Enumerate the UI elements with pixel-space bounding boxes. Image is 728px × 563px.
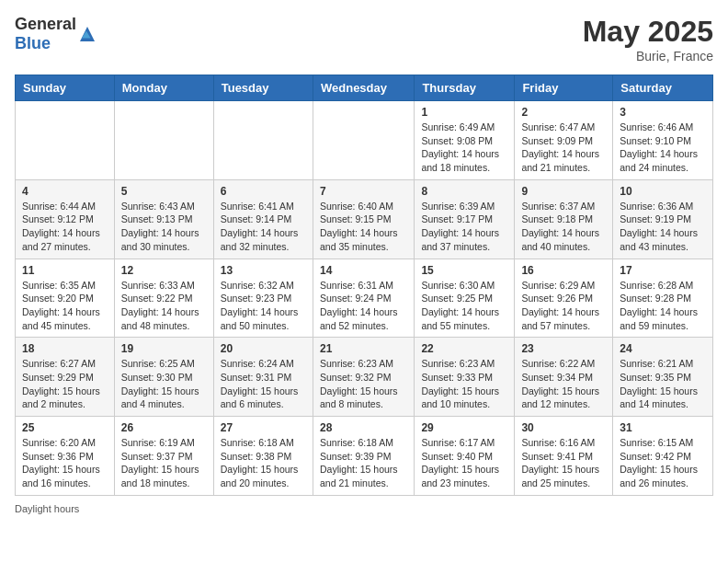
calendar-day-header: Friday xyxy=(515,75,613,101)
logo: General Blue xyxy=(15,15,97,53)
day-info: Sunrise: 6:15 AMSunset: 9:42 PMDaylight:… xyxy=(620,436,706,490)
calendar-cell: 9Sunrise: 6:37 AMSunset: 9:18 PMDaylight… xyxy=(515,179,613,259)
day-info: Sunrise: 6:35 AMSunset: 9:20 PMDaylight:… xyxy=(22,279,108,333)
calendar-cell: 8Sunrise: 6:39 AMSunset: 9:17 PMDaylight… xyxy=(415,179,515,259)
day-info: Sunrise: 6:22 AMSunset: 9:34 PMDaylight:… xyxy=(521,357,606,411)
day-number: 2 xyxy=(521,106,606,119)
calendar-cell: 28Sunrise: 6:18 AMSunset: 9:39 PMDayligh… xyxy=(313,417,414,496)
day-info: Sunrise: 6:31 AMSunset: 9:24 PMDaylight:… xyxy=(320,279,407,333)
day-number: 14 xyxy=(320,264,407,277)
day-number: 22 xyxy=(421,342,507,355)
day-info: Sunrise: 6:33 AMSunset: 9:22 PMDaylight:… xyxy=(121,279,207,333)
day-number: 18 xyxy=(22,342,108,355)
day-number: 24 xyxy=(620,342,706,355)
calendar-cell: 18Sunrise: 6:27 AMSunset: 9:29 PMDayligh… xyxy=(16,338,115,417)
day-number: 26 xyxy=(121,421,207,434)
calendar-cell: 17Sunrise: 6:28 AMSunset: 9:28 PMDayligh… xyxy=(613,259,713,338)
calendar-cell: 6Sunrise: 6:41 AMSunset: 9:14 PMDaylight… xyxy=(213,179,313,259)
day-number: 7 xyxy=(320,185,407,198)
calendar-cell: 16Sunrise: 6:29 AMSunset: 9:26 PMDayligh… xyxy=(515,259,613,338)
day-number: 13 xyxy=(221,264,306,277)
calendar-header-row: SundayMondayTuesdayWednesdayThursdayFrid… xyxy=(16,75,713,101)
calendar-cell: 29Sunrise: 6:17 AMSunset: 9:40 PMDayligh… xyxy=(415,417,515,496)
calendar-cell: 15Sunrise: 6:30 AMSunset: 9:25 PMDayligh… xyxy=(415,259,515,338)
title-block: May 2025 Burie, France xyxy=(583,15,713,63)
day-number: 9 xyxy=(521,185,606,198)
calendar-cell: 21Sunrise: 6:23 AMSunset: 9:32 PMDayligh… xyxy=(313,338,414,417)
calendar-cell: 23Sunrise: 6:22 AMSunset: 9:34 PMDayligh… xyxy=(515,338,613,417)
day-info: Sunrise: 6:44 AMSunset: 9:12 PMDaylight:… xyxy=(22,200,108,254)
calendar-cell: 13Sunrise: 6:32 AMSunset: 9:23 PMDayligh… xyxy=(213,259,313,338)
day-number: 8 xyxy=(421,185,507,198)
calendar-cell: 5Sunrise: 6:43 AMSunset: 9:13 PMDaylight… xyxy=(114,179,213,259)
calendar-week-row: 25Sunrise: 6:20 AMSunset: 9:36 PMDayligh… xyxy=(16,417,713,496)
calendar-week-row: 4Sunrise: 6:44 AMSunset: 9:12 PMDaylight… xyxy=(16,179,713,259)
calendar-cell xyxy=(114,101,213,180)
day-info: Sunrise: 6:24 AMSunset: 9:31 PMDaylight:… xyxy=(221,357,306,411)
day-info: Sunrise: 6:23 AMSunset: 9:32 PMDaylight:… xyxy=(320,357,407,411)
day-number: 11 xyxy=(22,264,108,277)
day-number: 20 xyxy=(221,342,306,355)
logo-text: General Blue xyxy=(15,15,76,53)
day-info: Sunrise: 6:18 AMSunset: 9:38 PMDaylight:… xyxy=(221,436,306,490)
day-info: Sunrise: 6:19 AMSunset: 9:37 PMDaylight:… xyxy=(121,436,207,490)
calendar-cell: 3Sunrise: 6:46 AMSunset: 9:10 PMDaylight… xyxy=(613,101,713,180)
day-number: 5 xyxy=(121,185,207,198)
day-info: Sunrise: 6:46 AMSunset: 9:10 PMDaylight:… xyxy=(620,121,706,175)
calendar-cell: 31Sunrise: 6:15 AMSunset: 9:42 PMDayligh… xyxy=(613,417,713,496)
calendar-cell: 24Sunrise: 6:21 AMSunset: 9:35 PMDayligh… xyxy=(613,338,713,417)
calendar-cell: 30Sunrise: 6:16 AMSunset: 9:41 PMDayligh… xyxy=(515,417,613,496)
calendar-cell: 2Sunrise: 6:47 AMSunset: 9:09 PMDaylight… xyxy=(515,101,613,180)
day-number: 3 xyxy=(620,106,706,119)
day-info: Sunrise: 6:39 AMSunset: 9:17 PMDaylight:… xyxy=(421,200,507,254)
calendar-cell: 14Sunrise: 6:31 AMSunset: 9:24 PMDayligh… xyxy=(313,259,414,338)
day-number: 17 xyxy=(620,264,706,277)
day-number: 1 xyxy=(421,106,507,119)
calendar-cell: 27Sunrise: 6:18 AMSunset: 9:38 PMDayligh… xyxy=(213,417,313,496)
day-info: Sunrise: 6:36 AMSunset: 9:19 PMDaylight:… xyxy=(620,200,706,254)
day-number: 10 xyxy=(620,185,706,198)
calendar-day-header: Sunday xyxy=(16,75,115,101)
calendar-cell xyxy=(213,101,313,180)
day-info: Sunrise: 6:25 AMSunset: 9:30 PMDaylight:… xyxy=(121,357,207,411)
calendar-cell: 4Sunrise: 6:44 AMSunset: 9:12 PMDaylight… xyxy=(16,179,115,259)
calendar-cell: 7Sunrise: 6:40 AMSunset: 9:15 PMDaylight… xyxy=(313,179,414,259)
day-number: 30 xyxy=(521,421,606,434)
calendar-cell xyxy=(16,101,115,180)
day-info: Sunrise: 6:20 AMSunset: 9:36 PMDaylight:… xyxy=(22,436,108,490)
calendar-cell: 12Sunrise: 6:33 AMSunset: 9:22 PMDayligh… xyxy=(114,259,213,338)
footer: Daylight hours xyxy=(15,503,713,514)
calendar-day-header: Saturday xyxy=(613,75,713,101)
calendar-table: SundayMondayTuesdayWednesdayThursdayFrid… xyxy=(15,75,713,496)
day-info: Sunrise: 6:28 AMSunset: 9:28 PMDaylight:… xyxy=(620,279,706,333)
day-number: 15 xyxy=(421,264,507,277)
month-title: May 2025 xyxy=(583,15,713,49)
calendar-cell xyxy=(313,101,414,180)
day-info: Sunrise: 6:29 AMSunset: 9:26 PMDaylight:… xyxy=(521,279,606,333)
calendar-cell: 26Sunrise: 6:19 AMSunset: 9:37 PMDayligh… xyxy=(114,417,213,496)
day-info: Sunrise: 6:49 AMSunset: 9:08 PMDaylight:… xyxy=(421,121,507,175)
logo-icon xyxy=(78,25,97,43)
day-info: Sunrise: 6:17 AMSunset: 9:40 PMDaylight:… xyxy=(421,436,507,490)
calendar-cell: 22Sunrise: 6:23 AMSunset: 9:33 PMDayligh… xyxy=(415,338,515,417)
calendar-day-header: Wednesday xyxy=(313,75,414,101)
logo-blue: Blue xyxy=(15,34,51,52)
day-info: Sunrise: 6:23 AMSunset: 9:33 PMDaylight:… xyxy=(421,357,507,411)
day-number: 12 xyxy=(121,264,207,277)
day-number: 31 xyxy=(620,421,706,434)
calendar-day-header: Tuesday xyxy=(213,75,313,101)
day-number: 19 xyxy=(121,342,207,355)
calendar-week-row: 18Sunrise: 6:27 AMSunset: 9:29 PMDayligh… xyxy=(16,338,713,417)
calendar-cell: 19Sunrise: 6:25 AMSunset: 9:30 PMDayligh… xyxy=(114,338,213,417)
calendar-week-row: 1Sunrise: 6:49 AMSunset: 9:08 PMDaylight… xyxy=(16,101,713,180)
day-number: 23 xyxy=(521,342,606,355)
day-number: 4 xyxy=(22,185,108,198)
calendar-cell: 11Sunrise: 6:35 AMSunset: 9:20 PMDayligh… xyxy=(16,259,115,338)
calendar-cell: 1Sunrise: 6:49 AMSunset: 9:08 PMDaylight… xyxy=(415,101,515,180)
day-info: Sunrise: 6:21 AMSunset: 9:35 PMDaylight:… xyxy=(620,357,706,411)
day-info: Sunrise: 6:30 AMSunset: 9:25 PMDaylight:… xyxy=(421,279,507,333)
day-number: 25 xyxy=(22,421,108,434)
day-number: 29 xyxy=(421,421,507,434)
calendar-day-header: Thursday xyxy=(415,75,515,101)
calendar-cell: 25Sunrise: 6:20 AMSunset: 9:36 PMDayligh… xyxy=(16,417,115,496)
